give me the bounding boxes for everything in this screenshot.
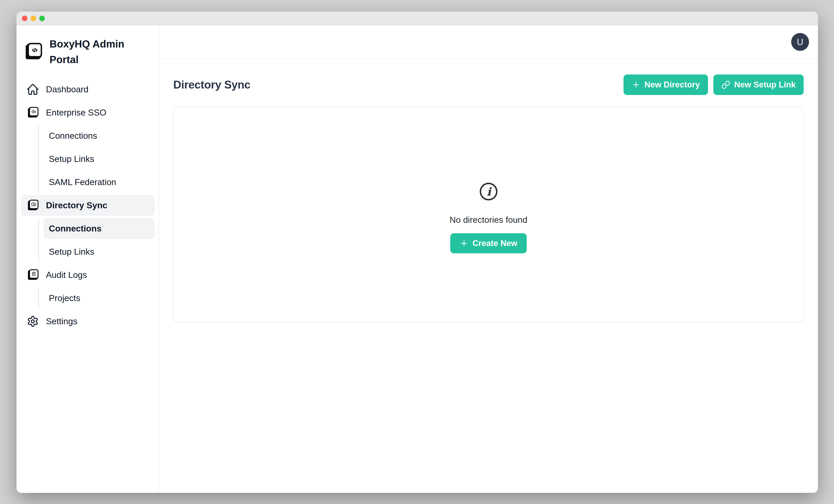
audit-logs-icon bbox=[26, 268, 39, 281]
sidebar-item-enterprise-sso[interactable]: Enterprise SSO bbox=[21, 102, 155, 123]
create-new-button[interactable]: Create New bbox=[450, 233, 527, 253]
close-window-button[interactable] bbox=[22, 16, 27, 21]
sidebar-item-label: SAML Federation bbox=[49, 177, 116, 187]
sidebar-item-sso-setup-links[interactable]: Setup Links bbox=[43, 149, 155, 170]
enterprise-sso-subnav: Connections Setup Links SAML Federation bbox=[38, 125, 155, 193]
sidebar-item-saml-federation[interactable]: SAML Federation bbox=[43, 172, 155, 193]
sidebar-item-label: Directory Sync bbox=[46, 200, 107, 210]
gear-icon bbox=[26, 315, 39, 328]
sidebar-item-label: Projects bbox=[49, 293, 80, 303]
sidebar-item-dashboard[interactable]: Dashboard bbox=[21, 79, 155, 100]
sidebar-nav: Dashboard En bbox=[21, 79, 155, 334]
sidebar-item-label: Dashboard bbox=[46, 85, 89, 94]
sidebar-item-sso-connections[interactable]: Connections bbox=[43, 125, 155, 146]
app-logo-link[interactable]: BoxyHQ Admin Portal bbox=[23, 36, 154, 67]
page-actions: New Directory New Setup Link bbox=[623, 74, 804, 95]
empty-state-message: No directories found bbox=[449, 215, 527, 225]
sidebar-item-label: Setup Links bbox=[49, 247, 94, 257]
button-label: New Directory bbox=[644, 80, 700, 89]
sidebar-item-dsync-connections[interactable]: Connections bbox=[43, 218, 155, 239]
maximize-window-button[interactable] bbox=[39, 16, 45, 21]
page-title: Directory Sync bbox=[173, 78, 250, 91]
directories-empty-card: i No directories found Create New bbox=[173, 107, 804, 322]
main-area: U Directory Sync New Directory bbox=[159, 25, 818, 493]
new-setup-link-button[interactable]: New Setup Link bbox=[714, 74, 804, 95]
info-icon: i bbox=[479, 182, 498, 201]
plus-icon bbox=[460, 239, 468, 248]
sidebar-item-projects[interactable]: Projects bbox=[43, 288, 155, 309]
sidebar-item-label: Connections bbox=[49, 224, 102, 234]
top-header: U bbox=[159, 25, 818, 59]
button-label: New Setup Link bbox=[734, 80, 796, 89]
page-header-row: Directory Sync New Directory bbox=[173, 74, 804, 95]
sidebar-item-settings[interactable]: Settings bbox=[21, 311, 155, 332]
boxyhq-logo-icon bbox=[23, 42, 43, 62]
audit-logs-subnav: Projects bbox=[38, 288, 155, 309]
sidebar-item-label: Audit Logs bbox=[46, 270, 87, 280]
directory-sync-subnav: Connections Setup Links bbox=[38, 218, 155, 262]
plus-icon bbox=[632, 80, 640, 89]
sidebar-item-label: Settings bbox=[46, 316, 78, 326]
sidebar: BoxyHQ Admin Portal Dashboard bbox=[17, 25, 159, 493]
link-icon bbox=[721, 80, 730, 89]
sidebar-item-label: Connections bbox=[49, 131, 97, 141]
user-avatar[interactable]: U bbox=[791, 33, 809, 51]
enterprise-sso-icon bbox=[26, 106, 39, 119]
home-icon bbox=[26, 83, 39, 96]
sidebar-item-directory-sync[interactable]: Directory Sync bbox=[21, 195, 155, 216]
window-titlebar bbox=[17, 12, 818, 25]
sidebar-item-dsync-setup-links[interactable]: Setup Links bbox=[43, 241, 155, 262]
sidebar-item-label: Setup Links bbox=[49, 154, 94, 164]
new-directory-button[interactable]: New Directory bbox=[623, 74, 708, 95]
app-window: BoxyHQ Admin Portal Dashboard bbox=[17, 12, 818, 493]
sidebar-item-audit-logs[interactable]: Audit Logs bbox=[21, 264, 155, 285]
directory-sync-icon bbox=[26, 199, 39, 212]
button-label: Create New bbox=[473, 239, 518, 248]
app-title: BoxyHQ Admin Portal bbox=[49, 36, 128, 67]
minimize-window-button[interactable] bbox=[30, 16, 36, 21]
sidebar-item-label: Enterprise SSO bbox=[46, 108, 106, 117]
svg-text:i: i bbox=[487, 185, 492, 198]
page-content: Directory Sync New Directory bbox=[159, 59, 818, 493]
window-body: BoxyHQ Admin Portal Dashboard bbox=[17, 25, 818, 493]
